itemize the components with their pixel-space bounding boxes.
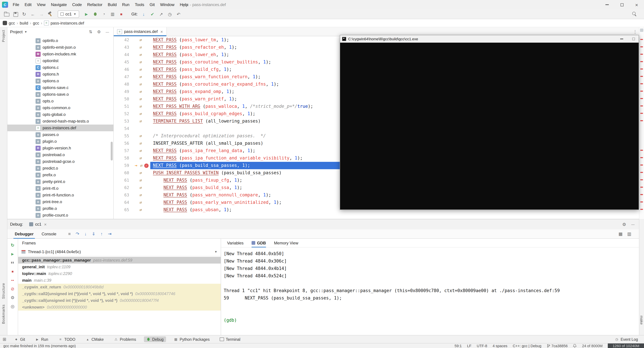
debug-session-tab[interactable]: cc1 ×: [26, 219, 49, 229]
toolwindow-switcher-icon[interactable]: ⊞: [3, 337, 6, 342]
project-file[interactable]: print-rtl-function.o: [8, 192, 113, 198]
force-step-into-icon[interactable]: [90, 230, 97, 237]
debug-settings-icon[interactable]: [10, 294, 16, 300]
project-file[interactable]: profile-count.o: [8, 212, 113, 219]
toolwindow-button-git[interactable]: Git: [12, 336, 27, 342]
gdb-console[interactable]: [New Thread 4844.0xb50][New Thread 4844.…: [221, 247, 639, 335]
stack-frame[interactable]: <unknown>0x0000000000000000: [18, 304, 221, 310]
gutter-icons[interactable]: ⇄: [130, 154, 150, 162]
tab-console[interactable]: Console: [38, 229, 60, 239]
project-file[interactable]: print-tree.o: [8, 198, 113, 205]
back-icon[interactable]: [29, 10, 37, 18]
gutter-icons[interactable]: ⇄: [130, 191, 150, 199]
project-file[interactable]: options-save.c: [8, 84, 113, 91]
project-file[interactable]: options-save.o: [8, 91, 113, 98]
menu-run[interactable]: Run: [120, 2, 132, 7]
forward-icon[interactable]: [38, 10, 46, 18]
tab-memory-view[interactable]: Memory View: [274, 239, 298, 247]
change-marker-icon[interactable]: ⇄: [138, 118, 143, 125]
breadcrumb-item[interactable]: gcc: [33, 21, 39, 25]
change-marker-icon[interactable]: ⇄: [138, 44, 143, 51]
gutter-icons[interactable]: ⇄: [130, 51, 150, 59]
project-file[interactable]: postreload-gcse.o: [8, 158, 113, 165]
mute-breakpoints-icon[interactable]: [10, 286, 16, 292]
menu-edit[interactable]: Edit: [22, 2, 34, 7]
change-marker-icon[interactable]: ⇄: [138, 206, 143, 214]
rerun-debug-icon[interactable]: [10, 242, 16, 248]
menu-tools[interactable]: Tools: [132, 2, 147, 7]
expand-collapse-icon[interactable]: [87, 29, 94, 35]
menu-refactor[interactable]: Refactor: [84, 2, 105, 7]
notifications-bell-icon[interactable]: [573, 344, 577, 348]
vcs-push-icon[interactable]: [157, 10, 165, 18]
project-file[interactable]: options.c: [8, 64, 113, 71]
gutter-icons[interactable]: ⇄: [130, 140, 150, 147]
project-scrollbar[interactable]: [111, 142, 113, 160]
vcs-update-icon[interactable]: [140, 10, 148, 18]
gutter-icons[interactable]: [130, 125, 150, 132]
change-marker-icon[interactable]: ⇄: [138, 110, 143, 118]
close-icon[interactable]: ×: [44, 222, 46, 227]
memory-indicator[interactable]: 24 of 8000M: [582, 344, 602, 348]
resolve-context-widget[interactable]: C++: gcc | Debug: [513, 344, 541, 348]
project-file[interactable]: optionlist: [8, 57, 113, 64]
menu-file[interactable]: File: [10, 2, 22, 7]
console-titlebar[interactable]: C:\cygwin64\home\lli\gcc\build\gcc\cc1.e…: [340, 35, 639, 43]
thread-selector[interactable]: Thread-1-[cc1] (4844.0x4e5c) ▼: [18, 247, 221, 256]
close-button[interactable]: ×: [629, 0, 644, 10]
pause-icon[interactable]: [10, 259, 16, 266]
project-file[interactable]: ordered-hash-map-tests.o: [8, 118, 113, 125]
vcs-commit-icon[interactable]: [148, 10, 156, 18]
gutter-icons[interactable]: ⇄: [130, 110, 150, 118]
encoding-widget[interactable]: UTF-8: [477, 344, 487, 348]
coverage-icon[interactable]: [108, 10, 116, 18]
search-everywhere-icon[interactable]: [630, 10, 639, 18]
gutter-icons[interactable]: ⇄: [130, 59, 150, 66]
stack-frame[interactable]: mainmain.c:39: [18, 277, 221, 284]
project-file[interactable]: prefix.o: [8, 172, 113, 178]
console-minimize-button[interactable]: [616, 35, 626, 43]
project-file[interactable]: passes.o: [8, 131, 113, 138]
project-file[interactable]: opts-common.o: [8, 104, 113, 111]
toolwindow-button-cmake[interactable]: CMake: [83, 336, 106, 342]
console-window[interactable]: C:\cygwin64\home\lli\gcc\build\gcc\cc1.e…: [340, 35, 639, 210]
open-project-icon[interactable]: [3, 10, 11, 18]
git-branch-widget[interactable]: 7ca38856: [547, 344, 568, 348]
change-marker-icon[interactable]: ⇄: [138, 199, 143, 206]
gutter-icons[interactable]: ⇄: [130, 199, 150, 206]
gutter-icons[interactable]: ⇄: [130, 95, 150, 103]
gutter-icons[interactable]: ⇄: [130, 66, 150, 73]
console-maximize-button[interactable]: [628, 35, 639, 43]
project-panel-title[interactable]: Project: [10, 30, 23, 34]
stack-frame[interactable]: general_inittoplev.c:1109: [18, 263, 221, 270]
indent-widget[interactable]: 4 spaces: [492, 344, 507, 348]
project-file[interactable]: opts.o: [8, 98, 113, 104]
step-over-icon[interactable]: [74, 230, 81, 237]
change-marker-icon[interactable]: ⇄: [138, 184, 143, 191]
change-marker-icon[interactable]: ⇄: [138, 132, 143, 140]
hide-panel-icon[interactable]: [104, 29, 111, 35]
change-marker-icon[interactable]: ⇄: [138, 59, 143, 66]
sidebar-item-structure[interactable]: Structure: [1, 283, 5, 299]
change-marker-icon[interactable]: ⇄: [138, 66, 143, 73]
build-hammer-icon[interactable]: [46, 10, 54, 18]
toolwindow-button-todo[interactable]: TODO: [56, 336, 78, 342]
change-marker-icon[interactable]: ⇄: [139, 162, 144, 169]
gutter-icons[interactable]: ⇄: [130, 206, 150, 214]
view-options-icon[interactable]: [66, 230, 73, 237]
project-file[interactable]: postreload.o: [8, 151, 113, 158]
change-marker-icon[interactable]: ⇄: [138, 140, 143, 147]
status-message[interactable]: gcc make finished in 159 ms (moments ago…: [3, 344, 76, 348]
save-all-icon[interactable]: [12, 10, 20, 18]
project-file[interactable]: pass-instances.def: [8, 125, 113, 131]
menu-code[interactable]: Code: [70, 2, 84, 7]
project-file[interactable]: optinfo.o: [8, 37, 113, 44]
breakpoint-icon[interactable]: ✓: [144, 163, 148, 168]
toolwindow-button-terminal[interactable]: Terminal: [217, 336, 243, 342]
project-file[interactable]: options.o: [8, 78, 113, 84]
run-configuration-select[interactable]: cc1 ▼: [58, 11, 79, 18]
project-file[interactable]: options.h: [8, 71, 113, 78]
resume-icon[interactable]: [10, 251, 16, 257]
gutter-icons[interactable]: ⇄: [130, 103, 150, 110]
change-marker-icon[interactable]: ⇄: [138, 169, 143, 177]
